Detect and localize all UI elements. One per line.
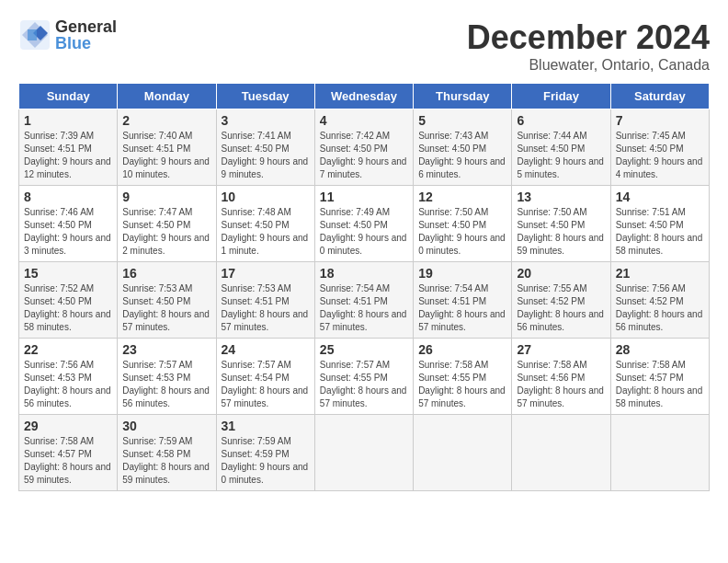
calendar-cell: 11 Sunrise: 7:49 AM Sunset: 4:50 PM Dayl… xyxy=(314,186,413,262)
calendar-header: SundayMondayTuesdayWednesdayThursdayFrid… xyxy=(19,84,710,109)
weekday-header-wednesday: Wednesday xyxy=(314,84,413,109)
day-info: Sunrise: 7:50 AM Sunset: 4:50 PM Dayligh… xyxy=(517,206,605,258)
calendar-cell: 28 Sunrise: 7:58 AM Sunset: 4:57 PM Dayl… xyxy=(610,339,709,415)
calendar-week-1: 1 Sunrise: 7:39 AM Sunset: 4:51 PM Dayli… xyxy=(19,109,710,186)
day-info: Sunrise: 7:54 AM Sunset: 4:51 PM Dayligh… xyxy=(320,282,408,334)
day-info: Sunrise: 7:53 AM Sunset: 4:51 PM Dayligh… xyxy=(222,282,310,334)
calendar-cell: 14 Sunrise: 7:51 AM Sunset: 4:50 PM Dayl… xyxy=(610,186,709,262)
logo-icon xyxy=(18,18,51,52)
day-number: 1 xyxy=(24,113,112,128)
day-info: Sunrise: 7:57 AM Sunset: 4:55 PM Dayligh… xyxy=(320,359,408,410)
day-number: 13 xyxy=(517,190,605,204)
day-info: Sunrise: 7:53 AM Sunset: 4:50 PM Dayligh… xyxy=(122,282,210,334)
calendar-cell: 19 Sunrise: 7:54 AM Sunset: 4:51 PM Dayl… xyxy=(414,262,512,339)
calendar-cell: 30 Sunrise: 7:59 AM Sunset: 4:58 PM Dayl… xyxy=(118,415,216,491)
calendar-cell: 16 Sunrise: 7:53 AM Sunset: 4:50 PM Dayl… xyxy=(118,262,216,339)
day-number: 31 xyxy=(222,419,310,433)
day-number: 7 xyxy=(616,113,704,128)
day-info: Sunrise: 7:50 AM Sunset: 4:50 PM Dayligh… xyxy=(418,206,506,258)
day-info: Sunrise: 7:57 AM Sunset: 4:53 PM Dayligh… xyxy=(122,359,210,410)
day-info: Sunrise: 7:47 AM Sunset: 4:50 PM Dayligh… xyxy=(122,206,210,258)
day-number: 24 xyxy=(222,342,310,357)
day-number: 9 xyxy=(122,190,210,204)
day-number: 23 xyxy=(122,342,210,357)
day-info: Sunrise: 7:42 AM Sunset: 4:50 PM Dayligh… xyxy=(320,130,408,181)
day-number: 28 xyxy=(616,342,704,357)
day-number: 3 xyxy=(222,113,310,128)
day-info: Sunrise: 7:45 AM Sunset: 4:50 PM Dayligh… xyxy=(616,130,704,181)
logo-text: General Blue xyxy=(55,18,117,52)
day-info: Sunrise: 7:48 AM Sunset: 4:50 PM Dayligh… xyxy=(222,206,310,258)
weekday-header-friday: Friday xyxy=(512,84,610,109)
page-header: General Blue December 2024 Bluewater, On… xyxy=(18,18,710,74)
calendar-cell: 5 Sunrise: 7:43 AM Sunset: 4:50 PM Dayli… xyxy=(414,109,512,186)
calendar-cell: 24 Sunrise: 7:57 AM Sunset: 4:54 PM Dayl… xyxy=(216,339,314,415)
weekday-header-thursday: Thursday xyxy=(414,84,512,109)
day-number: 17 xyxy=(222,266,310,281)
day-info: Sunrise: 7:58 AM Sunset: 4:57 PM Dayligh… xyxy=(24,435,112,487)
day-info: Sunrise: 7:41 AM Sunset: 4:50 PM Dayligh… xyxy=(222,130,310,181)
day-info: Sunrise: 7:44 AM Sunset: 4:50 PM Dayligh… xyxy=(517,130,605,181)
day-info: Sunrise: 7:43 AM Sunset: 4:50 PM Dayligh… xyxy=(418,130,506,181)
day-info: Sunrise: 7:58 AM Sunset: 4:55 PM Dayligh… xyxy=(418,359,506,410)
day-number: 4 xyxy=(320,113,408,128)
day-number: 5 xyxy=(418,113,506,128)
day-info: Sunrise: 7:58 AM Sunset: 4:57 PM Dayligh… xyxy=(616,359,704,410)
calendar-cell: 29 Sunrise: 7:58 AM Sunset: 4:57 PM Dayl… xyxy=(19,415,118,491)
day-info: Sunrise: 7:59 AM Sunset: 4:58 PM Dayligh… xyxy=(122,435,210,487)
calendar-cell xyxy=(314,415,413,491)
calendar-cell: 22 Sunrise: 7:56 AM Sunset: 4:53 PM Dayl… xyxy=(19,339,118,415)
calendar-cell: 12 Sunrise: 7:50 AM Sunset: 4:50 PM Dayl… xyxy=(414,186,512,262)
day-number: 21 xyxy=(616,266,704,281)
weekday-header-row: SundayMondayTuesdayWednesdayThursdayFrid… xyxy=(19,84,710,109)
calendar-cell: 10 Sunrise: 7:48 AM Sunset: 4:50 PM Dayl… xyxy=(216,186,314,262)
calendar-cell: 2 Sunrise: 7:40 AM Sunset: 4:51 PM Dayli… xyxy=(118,109,216,186)
title-area: December 2024 Bluewater, Ontario, Canada xyxy=(467,18,710,74)
calendar-cell: 17 Sunrise: 7:53 AM Sunset: 4:51 PM Dayl… xyxy=(216,262,314,339)
day-number: 10 xyxy=(222,190,310,204)
day-info: Sunrise: 7:49 AM Sunset: 4:50 PM Dayligh… xyxy=(320,206,408,258)
calendar-cell: 27 Sunrise: 7:58 AM Sunset: 4:56 PM Dayl… xyxy=(512,339,610,415)
calendar-week-4: 22 Sunrise: 7:56 AM Sunset: 4:53 PM Dayl… xyxy=(19,339,710,415)
weekday-header-tuesday: Tuesday xyxy=(216,84,314,109)
day-number: 8 xyxy=(24,190,112,204)
day-number: 19 xyxy=(418,266,506,281)
day-info: Sunrise: 7:56 AM Sunset: 4:52 PM Dayligh… xyxy=(616,282,704,334)
weekday-header-saturday: Saturday xyxy=(610,84,709,109)
day-number: 26 xyxy=(418,342,506,357)
calendar-body: 1 Sunrise: 7:39 AM Sunset: 4:51 PM Dayli… xyxy=(19,109,710,491)
calendar-cell: 6 Sunrise: 7:44 AM Sunset: 4:50 PM Dayli… xyxy=(512,109,610,186)
main-title: December 2024 xyxy=(467,18,710,57)
logo: General Blue xyxy=(18,18,117,52)
day-number: 11 xyxy=(320,190,408,204)
calendar-cell: 13 Sunrise: 7:50 AM Sunset: 4:50 PM Dayl… xyxy=(512,186,610,262)
logo-general: General xyxy=(55,17,117,36)
day-number: 29 xyxy=(24,419,112,433)
day-info: Sunrise: 7:58 AM Sunset: 4:56 PM Dayligh… xyxy=(517,359,605,410)
calendar-cell: 20 Sunrise: 7:55 AM Sunset: 4:52 PM Dayl… xyxy=(512,262,610,339)
day-number: 25 xyxy=(320,342,408,357)
day-number: 18 xyxy=(320,266,408,281)
day-number: 12 xyxy=(418,190,506,204)
calendar-cell: 25 Sunrise: 7:57 AM Sunset: 4:55 PM Dayl… xyxy=(314,339,413,415)
calendar-week-5: 29 Sunrise: 7:58 AM Sunset: 4:57 PM Dayl… xyxy=(19,415,710,491)
weekday-header-monday: Monday xyxy=(118,84,216,109)
day-info: Sunrise: 7:39 AM Sunset: 4:51 PM Dayligh… xyxy=(24,130,112,181)
calendar-table: SundayMondayTuesdayWednesdayThursdayFrid… xyxy=(18,83,710,491)
day-number: 27 xyxy=(517,342,605,357)
calendar-cell xyxy=(414,415,512,491)
day-number: 15 xyxy=(24,266,112,281)
day-info: Sunrise: 7:56 AM Sunset: 4:53 PM Dayligh… xyxy=(24,359,112,410)
calendar-week-3: 15 Sunrise: 7:52 AM Sunset: 4:50 PM Dayl… xyxy=(19,262,710,339)
calendar-cell: 4 Sunrise: 7:42 AM Sunset: 4:50 PM Dayli… xyxy=(314,109,413,186)
calendar-cell: 23 Sunrise: 7:57 AM Sunset: 4:53 PM Dayl… xyxy=(118,339,216,415)
calendar-cell xyxy=(512,415,610,491)
calendar-cell: 21 Sunrise: 7:56 AM Sunset: 4:52 PM Dayl… xyxy=(610,262,709,339)
day-info: Sunrise: 7:54 AM Sunset: 4:51 PM Dayligh… xyxy=(418,282,506,334)
day-number: 6 xyxy=(517,113,605,128)
day-info: Sunrise: 7:52 AM Sunset: 4:50 PM Dayligh… xyxy=(24,282,112,334)
calendar-cell: 26 Sunrise: 7:58 AM Sunset: 4:55 PM Dayl… xyxy=(414,339,512,415)
subtitle: Bluewater, Ontario, Canada xyxy=(467,57,710,74)
day-info: Sunrise: 7:55 AM Sunset: 4:52 PM Dayligh… xyxy=(517,282,605,334)
day-info: Sunrise: 7:46 AM Sunset: 4:50 PM Dayligh… xyxy=(24,206,112,258)
